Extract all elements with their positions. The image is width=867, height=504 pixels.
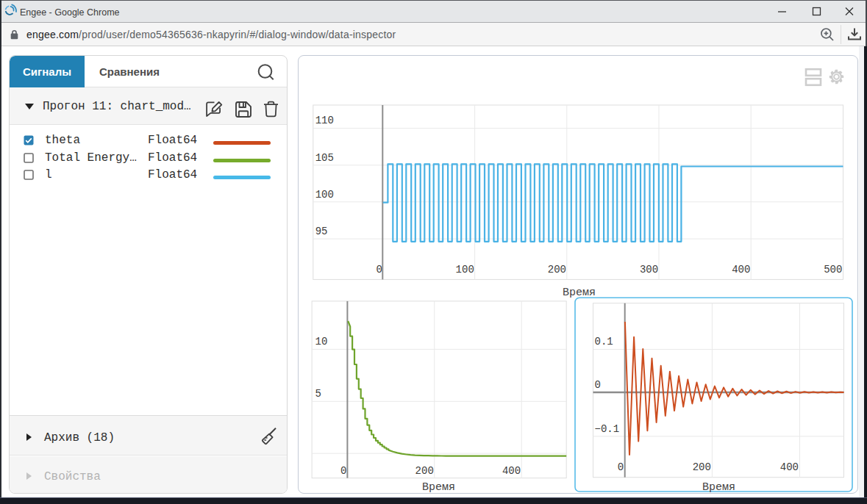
svg-text:100: 100 [456,264,474,276]
svg-text:500: 500 [824,264,842,276]
svg-text:Время: Время [563,287,596,299]
svg-text:400: 400 [732,264,750,276]
svg-text:200: 200 [693,461,711,473]
svg-text:10: 10 [315,336,328,348]
svg-text:100: 100 [315,189,334,201]
svg-text:0: 0 [376,264,382,276]
svg-text:200: 200 [415,465,434,477]
svg-text:Время: Время [702,481,735,494]
svg-text:95: 95 [315,226,328,237]
svg-text:105: 105 [315,152,334,164]
svg-text:0.1: 0.1 [595,336,613,348]
svg-text:300: 300 [640,264,658,276]
svg-text:0: 0 [618,461,624,473]
svg-text:200: 200 [548,264,566,276]
svg-text:−0.1: −0.1 [595,423,620,435]
svg-text:400: 400 [780,461,799,473]
svg-text:5: 5 [315,388,321,400]
svg-text:Время: Время [422,481,455,494]
svg-text:110: 110 [315,115,334,126]
svg-text:400: 400 [502,465,521,477]
svg-text:0: 0 [340,465,346,477]
svg-text:0: 0 [595,379,601,391]
